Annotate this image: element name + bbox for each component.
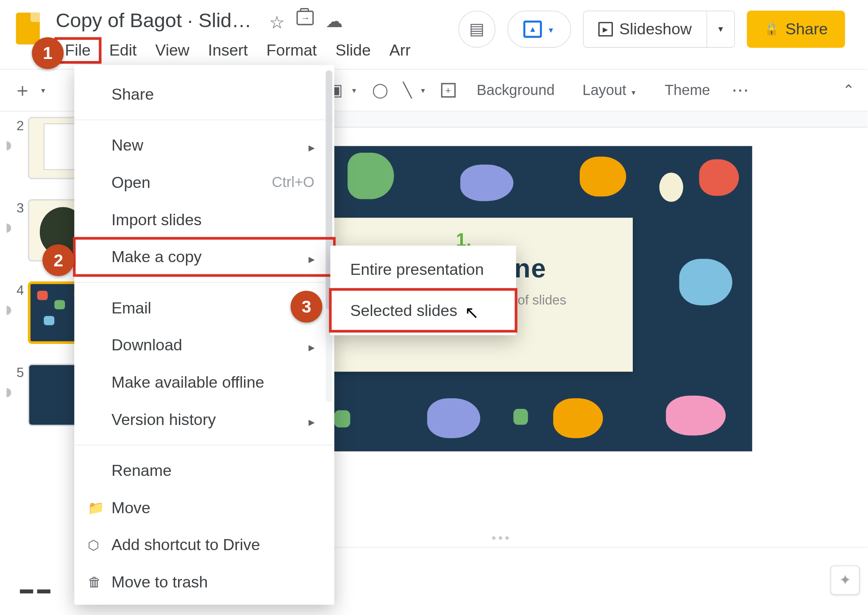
share-label: Share	[785, 20, 828, 39]
file-menu-offline-label: Make available offline	[111, 373, 264, 392]
explore-button[interactable]	[830, 566, 860, 595]
file-menu-trash-label: Move to trash	[111, 573, 208, 592]
document-title-text: Copy of Bagot · Slid…	[56, 9, 251, 31]
file-menu-rename[interactable]: Rename	[74, 452, 334, 489]
make-a-copy-submenu: Entire presentation Selected slides ↖	[330, 246, 516, 335]
file-menu-version[interactable]: Version history	[74, 401, 334, 438]
submenu-arrow-icon	[309, 136, 314, 155]
menu-format[interactable]: Format	[257, 39, 326, 62]
submenu-entire-presentation[interactable]: Entire presentation	[330, 249, 516, 289]
app-header: Copy of Bagot · Slid… File Edit View Ins…	[0, 0, 868, 69]
file-menu-trash[interactable]: Move to trash	[74, 564, 334, 601]
file-menu-open-label: Open	[111, 173, 150, 192]
layout-button[interactable]: Layout	[576, 82, 644, 99]
menu-insert[interactable]: Insert	[199, 39, 257, 62]
file-menu-email-label: Email	[111, 299, 151, 317]
annotation-callout-3: 3	[290, 291, 322, 322]
file-menu-make-copy-label: Make a copy	[111, 248, 202, 266]
move-folder-icon[interactable]	[296, 11, 314, 25]
file-menu-new-label: New	[111, 136, 143, 155]
theme-button[interactable]: Theme	[658, 82, 717, 99]
thumb-number: 4	[6, 282, 24, 298]
file-menu-make-a-copy[interactable]: Make a copy	[74, 238, 334, 276]
insert-line-button[interactable]	[403, 82, 426, 99]
file-menu-shortcut-label: Add shortcut to Drive	[111, 536, 260, 554]
file-menu-open[interactable]: OpenCtrl+O	[74, 164, 334, 201]
insert-shape-button[interactable]	[372, 82, 389, 99]
transition-indicator-icon	[6, 137, 20, 152]
filmstrip-view-icon[interactable]	[20, 590, 50, 593]
thumb-number: 3	[6, 199, 24, 216]
cloud-status-icon[interactable]	[326, 11, 343, 33]
file-menu-move[interactable]: Move	[74, 489, 334, 526]
background-button[interactable]: Background	[470, 82, 561, 99]
slideshow-button[interactable]: Slideshow	[583, 20, 706, 39]
annotation-callout-2: 2	[42, 244, 74, 276]
file-menu-import-label: Import slides	[111, 210, 202, 229]
star-icon[interactable]	[269, 11, 284, 33]
file-menu-import[interactable]: Import slides	[74, 201, 334, 238]
comments-button[interactable]: ▤	[458, 11, 495, 48]
document-title[interactable]: Copy of Bagot · Slid…	[45, 6, 458, 36]
file-menu-download[interactable]: Download	[74, 327, 334, 364]
file-menu-share[interactable]: Share	[74, 75, 334, 113]
submenu-entire-label: Entire presentation	[350, 260, 484, 278]
transition-indicator-icon	[6, 220, 20, 234]
file-menu-download-label: Download	[111, 336, 182, 355]
transition-indicator-icon	[6, 384, 20, 399]
file-menu-version-label: Version history	[111, 410, 216, 429]
new-slide-button[interactable]	[13, 78, 46, 103]
file-menu-new[interactable]: New	[74, 127, 334, 164]
file-menu-add-shortcut[interactable]: Add shortcut to Drive	[74, 526, 334, 564]
present-icon	[523, 21, 542, 38]
file-menu-move-label: Move	[111, 498, 150, 517]
submenu-arrow-icon	[309, 248, 314, 266]
menu-arrange[interactable]: Arr	[380, 39, 420, 62]
present-dropdown-icon[interactable]	[547, 23, 554, 35]
cursor-icon: ↖	[465, 303, 479, 323]
more-tools-button[interactable]	[732, 80, 749, 101]
submenu-arrow-icon	[309, 336, 314, 355]
menu-slide[interactable]: Slide	[326, 39, 380, 62]
annotation-callout-1: 1	[32, 37, 64, 69]
submenu-arrow-icon	[309, 410, 314, 429]
submenu-selected-label: Selected slides	[350, 302, 457, 319]
menu-edit[interactable]: Edit	[100, 39, 146, 62]
menu-bar: File Edit View Insert Format Slide Arr	[45, 36, 458, 69]
present-button[interactable]	[507, 11, 571, 48]
shortcut-label: Ctrl+O	[272, 174, 314, 191]
insert-textbox-button[interactable]	[441, 83, 455, 98]
menu-view[interactable]: View	[146, 39, 199, 62]
play-icon	[598, 22, 612, 36]
comment-icon: ▤	[469, 20, 484, 39]
transition-indicator-icon	[6, 302, 20, 316]
file-menu-rename-label: Rename	[111, 461, 172, 480]
collapse-toolbar-button[interactable]	[843, 82, 854, 99]
file-menu-dropdown: Share New OpenCtrl+O Import slides Make …	[74, 65, 334, 604]
file-menu-share-label: Share	[111, 85, 154, 103]
file-menu-offline[interactable]: Make available offline	[74, 364, 334, 401]
slideshow-label: Slideshow	[619, 20, 692, 39]
thumb-number: 2	[6, 117, 24, 134]
thumb-number: 5	[6, 364, 24, 380]
submenu-selected-slides[interactable]: Selected slides ↖	[330, 289, 516, 331]
share-button[interactable]: Share	[747, 11, 845, 48]
slideshow-dropdown[interactable]	[707, 11, 734, 48]
textbox-icon	[441, 83, 455, 98]
